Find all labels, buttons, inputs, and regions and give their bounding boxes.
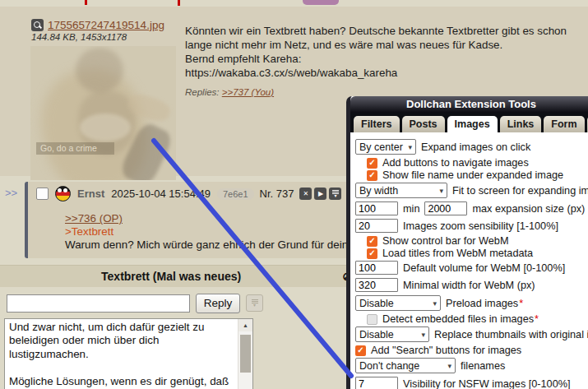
tab-images[interactable]: Images bbox=[447, 116, 498, 132]
cutoff-purple-pill bbox=[303, 0, 339, 5]
checkbox-checked[interactable]: ✓ bbox=[367, 236, 377, 247]
thumbnail-art-blob bbox=[76, 48, 123, 93]
file-info: 1755657247419514.jpg bbox=[31, 17, 164, 32]
expand-mode-select[interactable]: By center▾ bbox=[355, 139, 416, 155]
setting-filenames: Don't change▾ filenames bbox=[355, 357, 588, 374]
chevron-down-icon: ▾ bbox=[439, 187, 443, 195]
jump-arrows[interactable]: >> bbox=[5, 187, 17, 199]
panel-title[interactable]: Dollchan Extension Tools bbox=[350, 96, 588, 113]
poster-name: Ernst bbox=[77, 188, 104, 200]
checkbox-checked[interactable]: ✓ bbox=[355, 345, 366, 356]
webm-width-input[interactable] bbox=[355, 278, 398, 292]
thread-title: Textbrett (Mal was neues) bbox=[0, 270, 342, 283]
reply-post: Ernst 2025-10-04 15:54:49 7e6e1 Nr. 737 … bbox=[25, 182, 357, 258]
play-icon: ▶ bbox=[318, 191, 323, 197]
reply-button[interactable]: Reply bbox=[196, 294, 240, 313]
poster-id-badge: 7e6e1 bbox=[217, 188, 254, 200]
check-icon: ✓ bbox=[368, 249, 375, 257]
chevron-down-icon: ▾ bbox=[433, 299, 437, 308]
op-reference-link[interactable]: >>736 (OP) bbox=[65, 212, 123, 225]
setting-search-buttons: ✓ Add "Search" buttons for images bbox=[355, 345, 588, 356]
hide-post-button[interactable]: ✕ bbox=[299, 188, 312, 200]
setting-webm-titles: ✓ Load titles from WebM metadata bbox=[355, 248, 588, 259]
close-icon: ✕ bbox=[303, 191, 309, 197]
quick-reply-row: Reply ▾ bbox=[7, 293, 263, 313]
filenames-select[interactable]: Don't change▾ bbox=[355, 358, 456, 373]
post-number[interactable]: Nr. 737 bbox=[260, 188, 294, 200]
post-datetime: 2025-10-04 15:54:49 bbox=[111, 188, 211, 200]
setting-replace-thumbs: Disable▾ Replace thumbnails with origina… bbox=[355, 326, 588, 343]
post-header: Ernst 2025-10-04 15:54:49 7e6e1 Nr. 737 … bbox=[36, 187, 382, 201]
reply-textarea[interactable]: Und zwar nicht, um dich dafür gezielt zu… bbox=[5, 319, 243, 389]
post-body: >>736 (OP) >Textbrett Warum denn? Mich w… bbox=[65, 212, 354, 251]
setting-zoom-sensibility: Images zoom sensibility [1-100%] bbox=[355, 218, 588, 234]
checkbox-checked[interactable]: ✓ bbox=[367, 170, 377, 181]
hide-form-button[interactable]: ▾ bbox=[246, 294, 263, 312]
setting-nav-buttons: ✓ Add buttons to navigate images bbox=[355, 157, 588, 169]
setting-preload: Disable▾ Preload images* bbox=[355, 294, 588, 312]
preload-select[interactable]: Disable▾ bbox=[355, 295, 441, 311]
replace-thumbs-select[interactable]: Disable▾ bbox=[355, 326, 429, 342]
zoom-sensibility-input[interactable] bbox=[355, 219, 398, 233]
menu-down-icon: ▾ bbox=[332, 190, 339, 198]
file-meta: 144.84 KB, 1453x1178 bbox=[31, 32, 127, 42]
setting-webm-bar: ✓ Show control bar for WebM bbox=[355, 235, 588, 247]
fit-mode-select[interactable]: By width▾ bbox=[355, 183, 447, 198]
thumbnail-art-blob bbox=[80, 113, 131, 141]
cutoff-red-text-fragment bbox=[85, 0, 87, 5]
setting-webm-width: Minimal width for WebM (px) bbox=[355, 277, 588, 293]
setting-nsfw-visibility: Visibility for NSFW images [0-100%] bbox=[355, 376, 588, 389]
setting-expand-images: By center▾ Expand images on click bbox=[355, 138, 588, 155]
min-size-input[interactable] bbox=[355, 201, 398, 215]
germany-ball-icon bbox=[55, 186, 71, 201]
chevron-down-icon: ▾ bbox=[447, 362, 451, 370]
reply-name-input[interactable] bbox=[7, 294, 190, 313]
reply-textarea-wrap: Und zwar nicht, um dich dafür gezielt zu… bbox=[4, 318, 253, 389]
thumbnail-caption: Go, do a crime bbox=[36, 142, 114, 155]
thread-header-bar: Textbrett (Mal was neues) ⊘ ↑ bbox=[0, 265, 369, 287]
replies-label: Replies: bbox=[185, 87, 220, 97]
setting-expansion-size: min max expansion size (px) bbox=[355, 201, 588, 216]
checkbox-unchecked[interactable] bbox=[367, 314, 377, 325]
panel-body: By center▾ Expand images on click ✓ Add … bbox=[350, 132, 588, 389]
post-select-checkbox[interactable] bbox=[36, 188, 49, 200]
dollchan-panel: Dollchan Extension Tools Filters Posts I… bbox=[346, 96, 588, 389]
scrollbar-thumb[interactable] bbox=[240, 335, 251, 373]
setting-fit-screen: By width▾ Fit to screen for expanding im… bbox=[355, 182, 588, 199]
tab-filters[interactable]: Filters bbox=[354, 116, 400, 132]
textarea-scrollbar[interactable]: ▲ bbox=[238, 319, 252, 389]
check-icon: ✓ bbox=[368, 171, 375, 179]
required-asterisk: * bbox=[519, 298, 523, 309]
op-thumbnail-image[interactable]: Go, do a crime bbox=[30, 46, 176, 180]
checkbox-checked[interactable]: ✓ bbox=[367, 158, 377, 169]
imageboard-page: 1755657247419514.jpg 144.84 KB, 1453x117… bbox=[0, 0, 588, 389]
check-icon: ✓ bbox=[357, 346, 363, 354]
max-size-input[interactable] bbox=[424, 201, 467, 215]
scroll-up-icon[interactable]: ▲ bbox=[238, 319, 252, 331]
panel-tabs: Filters Posts Images Links Form Common bbox=[350, 113, 588, 132]
tab-links[interactable]: Links bbox=[500, 116, 542, 132]
check-icon: ✓ bbox=[368, 237, 375, 245]
file-name-link[interactable]: 1755657247419514.jpg bbox=[48, 19, 164, 31]
chevron-down-icon: ▾ bbox=[408, 143, 412, 151]
checkbox-checked[interactable]: ✓ bbox=[367, 248, 377, 259]
setting-show-filename: ✓ Show file name under expanded image bbox=[355, 169, 588, 181]
setting-detect-embedded: Detect embedded files in images* bbox=[355, 313, 588, 325]
check-icon: ✓ bbox=[368, 159, 375, 167]
reply-backlink[interactable]: >>737 (You) bbox=[222, 87, 274, 97]
required-asterisk: * bbox=[535, 313, 539, 325]
post-text: Warum denn? Mich würde ganz ehrlich der … bbox=[65, 238, 354, 251]
setting-webm-volume: Default volume for WebM [0-100%] bbox=[355, 260, 588, 276]
webm-volume-input[interactable] bbox=[355, 261, 398, 275]
quote-line: >Textbrett bbox=[65, 225, 113, 238]
cutoff-red-text-fragment bbox=[178, 0, 180, 6]
chevron-down-icon: ▾ bbox=[421, 331, 425, 339]
tab-form[interactable]: Form bbox=[544, 116, 584, 132]
magnifier-icon[interactable] bbox=[31, 19, 44, 31]
op-post-text: Könnten wir ein Textbrett haben? Deutsch… bbox=[185, 24, 584, 80]
expand-thread-button[interactable]: ▾ bbox=[329, 188, 341, 200]
nsfw-visibility-input[interactable] bbox=[355, 377, 398, 389]
tab-posts[interactable]: Posts bbox=[402, 116, 445, 132]
replies-row: Replies: >>737 (You) bbox=[185, 87, 274, 97]
play-button[interactable]: ▶ bbox=[314, 188, 326, 200]
